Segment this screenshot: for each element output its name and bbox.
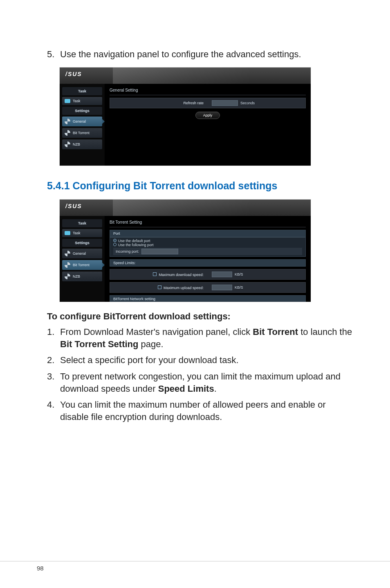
step-3: 3. To prevent network congestion, you ca… [47,370,353,395]
refresh-rate-unit: Seconds [240,101,255,105]
text-part: From Download Master's navigation panel,… [60,327,253,337]
step-5-number: 5. [47,49,56,60]
step-2: 2. Select a specific port for your downl… [47,354,353,366]
radio-icon [113,243,117,246]
text-part: . [214,384,217,394]
incoming-port-label: Incoming port: [116,249,139,254]
sidebar: Task Task Settings General Bit Torrent N… [60,84,105,166]
step-number: 3. [47,370,56,395]
refresh-rate-label: Refresh rate [110,99,208,107]
checkbox-icon[interactable] [153,272,157,276]
incoming-port-input[interactable] [141,249,178,254]
wrench-icon [65,262,70,268]
text-part: to launch the [298,327,352,337]
content-panel: Bit Torrent Setting Port Use the default… [105,216,311,302]
step-text: Select a specific port for your download… [60,354,239,366]
sidebar-item-label: General [73,119,86,123]
sidebar: Task Task Settings General Bit Torrent N… [60,216,105,302]
sidebar-item-bittorrent[interactable]: Bit Torrent [62,260,102,270]
sidebar-item-label: Task [73,99,81,103]
port-subhead: Port [110,230,306,237]
step-number: 4. [47,399,56,423]
sidebar-title-settings: Settings [62,239,102,247]
unit-kbs: KB/S [235,285,243,290]
panel-title: General Setting [110,87,306,95]
bold-part: Bit Torrent [253,327,298,337]
refresh-rate-input[interactable] [212,100,238,106]
app-topbar: /SUS [60,67,311,84]
speed-subhead: Speed Limits: [110,259,306,267]
step-text: From Download Master's navigation panel,… [60,326,353,350]
apply-button[interactable]: Apply [195,112,220,119]
section-heading-541: 5.4.1 Configuring Bit Torrent download s… [47,180,353,192]
step-text: To prevent network congestion, you can l… [60,370,353,395]
radio-label: Use the following port [118,243,154,247]
sidebar-item-bittorrent[interactable]: Bit Torrent [62,128,102,138]
sidebar-item-task[interactable]: Task [62,97,102,105]
checkbox-icon[interactable] [158,285,161,289]
radio-icon [113,239,117,242]
page-footer: 98 [0,561,390,572]
max-upload-label: Maximum upload speed: [164,286,204,290]
wrench-icon [65,119,70,124]
step-number: 2. [47,354,56,366]
row-refresh-rate: Refresh rate Seconds [110,98,306,108]
content-panel: General Setting Refresh rate Seconds App… [105,84,311,166]
radio-following-port[interactable]: Use the following port [113,243,302,247]
step-text: You can limit the maximum number of allo… [60,399,353,423]
sidebar-item-label: Bit Torrent [73,131,90,135]
port-options: Use the default port Use the following p… [110,237,306,257]
step-5: 5. Use the navigation panel to configure… [47,49,353,60]
screenshot-general-setting: /SUS Task Task Settings General Bit Torr… [59,67,311,166]
network-subhead: BitTorrent Network setting [110,295,306,302]
task-icon [65,99,70,103]
asus-logo: /SUS [65,203,82,209]
text-part: page. [138,339,163,349]
step-1: 1. From Download Master's navigation pan… [47,326,353,350]
wrench-icon [65,251,70,256]
topbar-shine [113,200,311,216]
row-max-download: Maximum download speed: KB/S [110,269,306,280]
wrench-icon [65,130,70,136]
step-5-text: Use the navigation panel to configure th… [60,49,301,60]
asus-logo: /SUS [65,71,82,77]
sidebar-item-general[interactable]: General [62,249,102,258]
sidebar-item-label: NZB [73,142,80,146]
sidebar-item-general[interactable]: General [62,117,102,126]
wrench-icon [65,274,70,279]
sidebar-item-task[interactable]: Task [62,229,102,237]
app-topbar: /SUS [60,200,311,216]
screenshot-bittorrent-setting: /SUS Task Task Settings General Bit Torr… [59,199,311,302]
max-download-input[interactable] [212,272,232,277]
sidebar-item-label: Bit Torrent [73,263,90,267]
unit-kbs: KB/S [235,272,243,276]
sidebar-item-label: Task [73,231,81,235]
sidebar-item-label: General [73,251,86,256]
sidebar-item-nzb[interactable]: NZB [62,139,102,149]
max-upload-input[interactable] [212,285,232,290]
configure-heading: To configure BitTorrent download setting… [47,311,353,322]
wrench-icon [65,141,70,147]
panel-title: Bit Torrent Setting [110,219,306,227]
step-number: 1. [47,326,56,350]
task-icon [65,231,70,235]
sidebar-title-task: Task [62,87,102,95]
sidebar-title-settings: Settings [62,107,102,115]
bold-part: Speed Limits [158,384,214,394]
bold-part: Bit Torrent Setting [60,339,138,349]
radio-label: Use the default port [118,239,150,243]
page-number: 98 [37,565,390,572]
max-download-label: Maximum download speed: [159,273,204,277]
step-4: 4. You can limit the maximum number of a… [47,399,353,423]
row-incoming-port: Incoming port: [113,248,302,255]
sidebar-title-task: Task [62,219,102,227]
topbar-shine [113,67,311,84]
row-max-upload: Maximum upload speed: KB/S [110,282,306,293]
sidebar-item-nzb[interactable]: NZB [62,272,102,281]
sidebar-item-label: NZB [73,274,80,278]
radio-default-port[interactable]: Use the default port [113,239,302,243]
